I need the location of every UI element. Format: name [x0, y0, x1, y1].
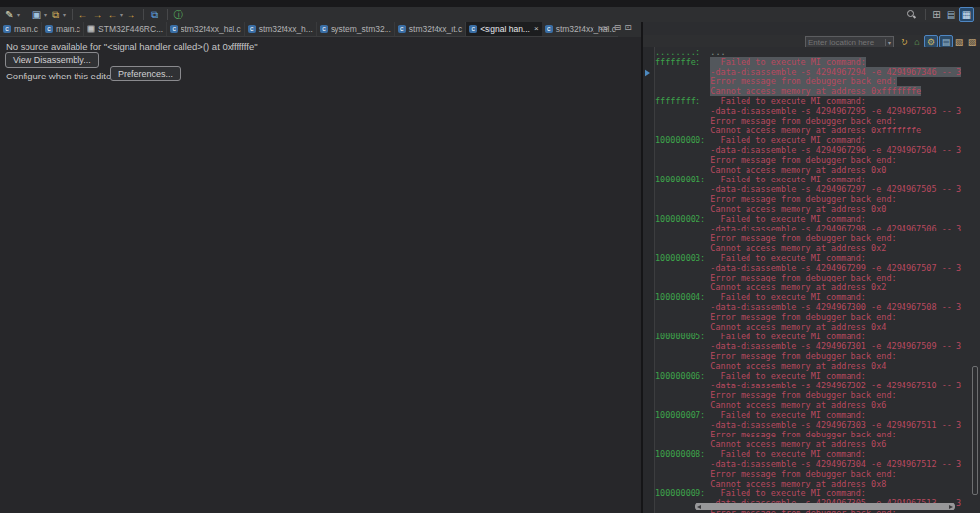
- disassembly-line[interactable]: -data-disassemble -s 4294967295 -e 42949…: [655, 106, 980, 116]
- disassembly-line[interactable]: Error message from debugger back end:: [655, 312, 980, 322]
- disassembly-line[interactable]: Cannot access memory at address 0x0: [655, 204, 980, 214]
- disassembly-line[interactable]: -data-disassemble -s 4294967300 -e 42949…: [655, 302, 980, 312]
- source-not-available-view: No source available for "<signal handler…: [0, 37, 641, 513]
- chip-icon: ▦: [87, 25, 95, 33]
- console-view-icon[interactable]: ⧉: [148, 8, 161, 21]
- disassembly-line[interactable]: Error message from debugger back end:: [655, 273, 980, 282]
- toolbar-separator: [143, 9, 144, 20]
- refresh-icon[interactable]: ↻: [899, 36, 910, 47]
- toolbar-separator: [925, 9, 926, 20]
- disassembly-line[interactable]: ffffffff: Failed to execute MI command:: [655, 96, 980, 106]
- maximize-icon[interactable]: ⊡: [624, 23, 632, 32]
- forward-history-icon[interactable]: →: [125, 8, 137, 21]
- disassembly-line[interactable]: Error message from debugger back end:: [655, 116, 980, 126]
- disassembly-line[interactable]: 100000009: Failed to execute MI command:: [655, 488, 980, 498]
- c-file-icon: c: [248, 25, 256, 33]
- disassembly-line[interactable]: Cannot access memory at address 0x6: [655, 439, 980, 449]
- disassembly-line[interactable]: Cannot access memory at address 0x2: [655, 243, 980, 253]
- disassembly-line[interactable]: -data-disassemble -s 4294967303 -e 42949…: [655, 420, 980, 430]
- disassembly-line[interactable]: Cannot access memory at address 0xffffff…: [655, 86, 980, 96]
- disassembly-line[interactable]: Cannot access memory at address 0x6: [655, 400, 980, 410]
- editor-tab[interactable]: c<signal han...×: [466, 22, 542, 36]
- edit-pencil-icon[interactable]: ✎▾: [3, 8, 20, 21]
- disassembly-line[interactable]: -data-disassemble -s 4294967299 -e 42949…: [655, 263, 980, 273]
- toolbar-separator: [72, 9, 73, 20]
- ide-window: ✎▾▣▾⧉▾←→←▾→⧉ⓘ ⊞▤▦ cmain.ccmain.c▦STM32F4…: [0, 0, 980, 513]
- open-new-view-icon[interactable]: ▧: [954, 36, 965, 47]
- disassembly-line[interactable]: Cannot access memory at address 0x2: [655, 282, 980, 292]
- disassembly-line[interactable]: Cannot access memory at address 0x4: [655, 322, 980, 332]
- run-configurations-icon[interactable]: ⧉▾: [49, 8, 66, 21]
- editor-tab[interactable]: csystem_stm32...: [317, 22, 395, 36]
- disassembly-line[interactable]: -data-disassemble -s 4294967297 -e 42949…: [655, 184, 980, 194]
- editor-tab[interactable]: ▦STM32F446RC...: [84, 22, 167, 36]
- instruction-pointer-marker: [645, 69, 650, 77]
- disassembly-line[interactable]: ........: ...: [655, 47, 980, 57]
- debug-perspective-icon[interactable]: ▦: [959, 7, 974, 22]
- editor-tab[interactable]: cstm32f4xx_h...: [245, 22, 317, 36]
- disassembly-line[interactable]: Error message from debugger back end:: [655, 469, 980, 479]
- disassembly-line[interactable]: Cannot access memory at address 0x4: [655, 361, 980, 371]
- editor-tab[interactable]: cstm32f4xx_hal.c: [167, 22, 244, 36]
- disassembly-line[interactable]: -data-disassemble -s 4294967301 -e 42949…: [655, 341, 980, 351]
- editor-tab[interactable]: cmain.c: [0, 22, 42, 36]
- pin-view-icon[interactable]: ▨: [966, 36, 978, 47]
- cpp-perspective-icon[interactable]: ▤: [945, 8, 957, 21]
- disassembly-line[interactable]: fffffffe: Failed to execute MI command:: [655, 57, 980, 67]
- view-disassembly-button[interactable]: View Disassembly...: [5, 52, 99, 68]
- disassembly-line[interactable]: Error message from debugger back end:: [655, 233, 980, 243]
- close-icon[interactable]: ×: [534, 25, 539, 33]
- last-edit-location-icon[interactable]: ←: [77, 8, 89, 21]
- editor-tab-bar: cmain.ccmain.c▦STM32F446RC...cstm32f4xx_…: [0, 22, 618, 37]
- disassembly-line[interactable]: -data-disassemble -s 4294967294 -e 42949…: [655, 67, 980, 77]
- disassembly-line[interactable]: Cannot access memory at address 0x0: [655, 165, 980, 175]
- c-file-icon: c: [398, 25, 406, 33]
- location-input[interactable]: [806, 38, 885, 47]
- disassembly-line[interactable]: Error message from debugger back end:: [655, 390, 980, 400]
- disassembly-line[interactable]: Error message from debugger back end:: [655, 194, 980, 204]
- open-perspective-icon[interactable]: ⊞: [930, 8, 943, 21]
- disassembly-line[interactable]: 100000008: Failed to execute MI command:: [655, 449, 980, 459]
- debug-configurations-icon[interactable]: ▣▾: [30, 8, 47, 21]
- horizontal-scrollbar[interactable]: [695, 503, 955, 510]
- search-icon[interactable]: [906, 9, 917, 20]
- disassembly-line[interactable]: Error message from debugger back end:: [655, 430, 980, 439]
- disassembly-line[interactable]: 100000007: Failed to execute MI command:: [655, 410, 980, 420]
- c-file-icon: c: [45, 25, 53, 33]
- disassembly-line[interactable]: Error message from debugger back end:: [655, 351, 980, 361]
- perspective-switcher: ⊞▤▦: [930, 7, 976, 22]
- chevron-down-icon[interactable]: ▾: [885, 39, 893, 46]
- disassembly-line[interactable]: 100000004: Failed to execute MI command:: [655, 292, 980, 302]
- disassembly-line[interactable]: Error message from debugger back end:: [655, 77, 980, 86]
- main-toolbar-right: ⊞▤▦: [906, 7, 976, 22]
- toolbar-separator: [167, 9, 168, 20]
- disassembly-line[interactable]: 100000005: Failed to execute MI command:: [655, 332, 980, 341]
- disassembly-line[interactable]: 100000003: Failed to execute MI command:: [655, 253, 980, 263]
- next-edit-location-icon[interactable]: →: [91, 8, 104, 21]
- disassembly-line[interactable]: -data-disassemble -s 4294967298 -e 42949…: [655, 224, 980, 233]
- back-history-icon[interactable]: ←▾: [106, 8, 123, 21]
- disassembly-line[interactable]: Error message from debugger back end:: [655, 155, 980, 165]
- minimize-icon[interactable]: ⊟: [614, 23, 622, 32]
- c-file-icon: c: [3, 25, 11, 33]
- vertical-scrollbar[interactable]: [972, 366, 978, 495]
- editor-tab[interactable]: cstm32f4xx_it.c: [395, 22, 466, 36]
- disassembly-line[interactable]: 100000000: Failed to execute MI command:: [655, 135, 980, 145]
- disassembly-line[interactable]: 100000002: Failed to execute MI command:: [655, 214, 980, 224]
- c-file-icon: c: [320, 25, 328, 33]
- disassembly-line[interactable]: 100000006: Failed to execute MI command:: [655, 371, 980, 381]
- disassembly-line[interactable]: -data-disassemble -s 4294967302 -e 42949…: [655, 381, 980, 390]
- toolbar-separator: [26, 9, 26, 20]
- preferences-button[interactable]: Preferences...: [110, 66, 181, 81]
- no-source-message: No source available for "<signal handler…: [6, 41, 258, 52]
- disassembly-line[interactable]: 100000001: Failed to execute MI command:: [655, 175, 980, 184]
- c-file-icon: c: [170, 25, 178, 33]
- disassembly-line[interactable]: -data-disassemble -s 4294967304 -e 42949…: [655, 459, 980, 469]
- hidden-editors-count[interactable]: 28: [600, 25, 608, 31]
- info-icon[interactable]: ⓘ: [172, 8, 184, 21]
- disassembly-line[interactable]: Cannot access memory at address 0x8: [655, 479, 980, 488]
- home-icon[interactable]: ⌂: [911, 36, 923, 47]
- disassembly-line[interactable]: Cannot access memory at address 0xffffff…: [655, 126, 980, 135]
- editor-tab[interactable]: cmain.c: [42, 22, 84, 36]
- disassembly-line[interactable]: -data-disassemble -s 4294967296 -e 42949…: [655, 145, 980, 155]
